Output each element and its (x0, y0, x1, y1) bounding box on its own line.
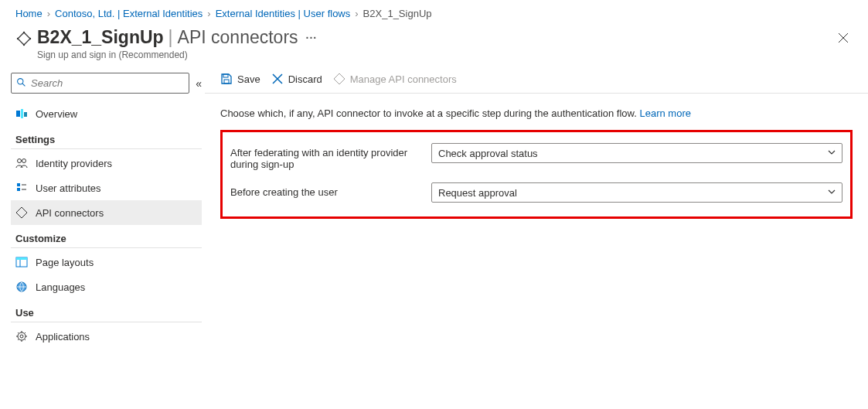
chevron-right-icon: › (355, 8, 358, 19)
svg-rect-13 (16, 257, 27, 260)
discard-button[interactable]: Discard (271, 73, 322, 85)
svg-point-3 (29, 38, 31, 39)
close-button[interactable] (837, 32, 853, 47)
svg-point-0 (23, 32, 25, 33)
sidebar-item-label: User attributes (36, 182, 101, 194)
breadcrumb: Home › Contoso, Ltd. | External Identiti… (0, 0, 868, 24)
svg-rect-18 (224, 80, 229, 84)
applications-icon (15, 330, 28, 343)
svg-point-1 (23, 44, 25, 46)
page-layouts-icon (15, 256, 28, 268)
sidebar-heading-customize: Customize (11, 225, 202, 248)
svg-rect-7 (24, 112, 27, 117)
svg-rect-5 (16, 111, 20, 117)
page-title: B2X_1_SignUp | API connectors ··· (37, 27, 853, 48)
toolbar: Save Discard Manage API connectors (205, 66, 868, 94)
sidebar-item-overview[interactable]: Overview (11, 101, 202, 126)
sidebar: « Overview Settings Identity providers U… (0, 66, 205, 355)
main-area: Save Discard Manage API connectors Choos… (205, 66, 868, 355)
chevron-down-icon (828, 187, 836, 198)
svg-rect-11 (17, 188, 20, 191)
svg-rect-10 (17, 183, 20, 186)
sidebar-heading-use: Use (11, 299, 202, 322)
sidebar-item-identity-providers[interactable]: Identity providers (11, 151, 202, 176)
languages-icon (15, 281, 28, 293)
breadcrumb-link-external[interactable]: External Identities | User flows (216, 8, 351, 19)
page-header: B2X_1_SignUp | API connectors ··· Sign u… (0, 24, 868, 66)
breadcrumb-current: B2X_1_SignUp (363, 8, 432, 19)
chevron-right-icon: › (207, 8, 210, 19)
svg-point-9 (22, 159, 26, 163)
sidebar-item-label: Languages (36, 281, 85, 293)
sidebar-item-languages[interactable]: Languages (11, 274, 202, 299)
learn-more-link[interactable]: Learn more (639, 107, 690, 119)
breadcrumb-link-contoso[interactable]: Contoso, Ltd. | External Identities (55, 8, 203, 19)
search-icon (16, 77, 26, 90)
breadcrumb-link-home[interactable]: Home (15, 8, 43, 19)
sidebar-item-user-attributes[interactable]: User attributes (11, 176, 202, 200)
form-label: After federating with an identity provid… (230, 143, 424, 170)
more-icon[interactable]: ··· (306, 32, 318, 44)
search-input-wrapper[interactable] (11, 73, 189, 94)
svg-point-2 (17, 38, 19, 39)
select-value: Request approval (438, 187, 517, 199)
user-attributes-icon (15, 182, 28, 194)
highlight-box: After federating with an identity provid… (220, 130, 853, 219)
form-row-federating: After federating with an identity provid… (230, 137, 842, 176)
svg-point-16 (20, 335, 23, 338)
search-input[interactable] (31, 77, 184, 89)
sidebar-item-applications[interactable]: Applications (11, 324, 202, 349)
chevron-right-icon: › (47, 8, 50, 19)
save-icon (220, 73, 233, 85)
save-button[interactable]: Save (220, 73, 260, 85)
select-value: Check approval status (438, 148, 538, 159)
manage-icon (333, 73, 345, 85)
sidebar-item-api-connectors[interactable]: API connectors (11, 200, 202, 225)
sidebar-item-label: API connectors (36, 207, 104, 219)
select-after-federating[interactable]: Check approval status (431, 143, 842, 163)
identity-providers-icon (15, 157, 28, 169)
svg-point-8 (18, 159, 22, 163)
page-subtitle: Sign up and sign in (Recommended) (37, 49, 853, 60)
discard-icon (271, 73, 284, 85)
select-before-creating[interactable]: Request approval (431, 182, 842, 203)
user-flow-icon (15, 30, 37, 49)
info-text: Choose which, if any, API connector to i… (220, 107, 853, 119)
form-row-before-creating: Before creating the user Request approva… (230, 176, 842, 209)
sidebar-item-page-layouts[interactable]: Page layouts (11, 250, 202, 274)
sidebar-item-label: Page layouts (36, 257, 94, 268)
sidebar-item-label: Identity providers (36, 158, 112, 169)
svg-rect-6 (21, 109, 23, 118)
collapse-sidebar-button[interactable]: « (196, 77, 202, 90)
sidebar-item-label: Overview (36, 108, 77, 120)
api-connectors-icon (15, 206, 28, 219)
form-label: Before creating the user (230, 182, 424, 198)
sidebar-item-label: Applications (36, 331, 90, 343)
sidebar-heading-settings: Settings (11, 126, 202, 149)
chevron-down-icon (828, 148, 836, 158)
manage-api-connectors-button: Manage API connectors (333, 73, 457, 85)
svg-point-4 (18, 78, 23, 84)
overview-icon (15, 107, 28, 120)
